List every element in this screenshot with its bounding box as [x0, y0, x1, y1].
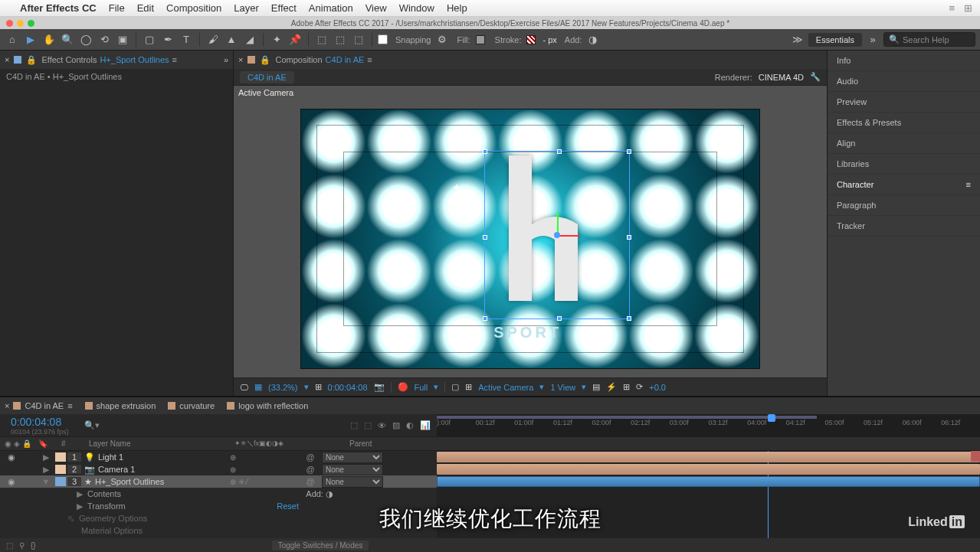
lock-icon[interactable]: 🔒 [26, 55, 37, 65]
roto-tool[interactable]: ✦ [269, 32, 284, 47]
resolution-icon[interactable]: ⊞ [315, 382, 322, 392]
panel-preview[interactable]: Preview [828, 92, 980, 113]
parent-dropdown[interactable]: None [322, 452, 383, 463]
stroke-swatch[interactable] [526, 35, 536, 44]
pickwhip-icon[interactable]: @ [299, 452, 322, 462]
rotate-tool[interactable]: ⟲ [97, 32, 112, 47]
draft-3d-icon[interactable]: ⬚ [364, 420, 372, 430]
add-menu-icon[interactable]: ◑ [585, 32, 600, 47]
panel-menu-icon[interactable]: » [224, 55, 228, 64]
zoom-window-button[interactable] [28, 20, 34, 27]
layer-color-swatch[interactable] [55, 477, 66, 486]
view-layout-dropdown[interactable]: 1 View [550, 383, 575, 392]
close-tab-icon[interactable]: × [5, 55, 9, 64]
parent-dropdown[interactable]: None [322, 464, 383, 475]
shy-icon[interactable]: 👁 [378, 421, 386, 430]
window-controls[interactable] [0, 20, 41, 27]
flowchart-icon[interactable]: ⟳ [636, 382, 643, 392]
stroke-width[interactable]: - px [542, 35, 556, 44]
frame-blend-icon[interactable]: ▨ [392, 420, 400, 430]
menu-window[interactable]: Window [399, 2, 434, 14]
channel-icon[interactable]: 🔴 [398, 382, 408, 392]
selection-tool[interactable]: ▶ [23, 32, 38, 47]
local-axis-button[interactable]: ⬚ [314, 32, 329, 47]
renderer-settings-icon[interactable]: 🔧 [810, 72, 821, 82]
layer-row[interactable]: ◉ ▶ 1 💡Light 1 ⊕ @ None [0, 451, 437, 463]
property-group[interactable]: Material Options [0, 524, 437, 537]
timeline-tracks[interactable] [437, 451, 980, 538]
orbit-tool[interactable]: ◯ [78, 32, 93, 47]
panel-tracker[interactable]: Tracker [828, 216, 980, 237]
layer-name[interactable]: Light 1 [98, 452, 123, 462]
panel-audio[interactable]: Audio [828, 71, 980, 92]
timeline-search[interactable]: 🔍▾ [84, 420, 222, 430]
timeline-tab[interactable]: curvature [168, 401, 215, 410]
close-window-button[interactable] [6, 20, 13, 27]
menu-file[interactable]: File [109, 2, 125, 14]
layer-name[interactable]: Camera 1 [98, 465, 135, 474]
view-axis-button[interactable]: ⬚ [351, 32, 366, 47]
composition-viewport[interactable]: SPORT ✦ [234, 100, 827, 377]
panel-effects-presets[interactable]: Effects & Presets [828, 113, 980, 133]
panel-character[interactable]: Character≡ [828, 175, 980, 195]
playhead[interactable] [768, 414, 775, 422]
exposure-value[interactable]: +0.0 [649, 383, 666, 392]
menu-composition[interactable]: Composition [166, 2, 221, 14]
twirl-icon[interactable]: ▶ [38, 465, 54, 475]
property-group[interactable]: ⬁Geometry Options [0, 512, 437, 524]
brush-tool[interactable]: 🖌 [205, 32, 221, 47]
property-group[interactable]: ▶TransformReset [0, 500, 437, 512]
zoom-value[interactable]: (33.2%) [268, 383, 298, 392]
layer-color-swatch[interactable] [55, 465, 66, 474]
timeline-tab[interactable]: logo with reflection [227, 401, 308, 410]
type-tool[interactable]: T [179, 32, 194, 47]
marker-icon[interactable] [971, 451, 980, 462]
world-axis-button[interactable]: ⬚ [333, 32, 348, 47]
hand-tool[interactable]: ✋ [41, 32, 57, 47]
rect-tool[interactable]: ▢ [142, 32, 157, 47]
twirl-icon[interactable]: ▼ [38, 477, 54, 486]
layer-bar[interactable] [437, 476, 980, 487]
menu-view[interactable]: View [365, 2, 387, 14]
fill-swatch[interactable] [476, 35, 485, 44]
zoom-tool[interactable]: 🔍 [60, 32, 75, 47]
menu-layer[interactable]: Layer [234, 2, 259, 14]
puppet-tool[interactable]: 📌 [287, 32, 303, 47]
resolution-dropdown[interactable]: Full [415, 383, 428, 392]
visibility-icon[interactable]: ◉ [8, 477, 15, 487]
minimize-window-button[interactable] [17, 20, 24, 27]
clone-tool[interactable]: ▲ [224, 32, 239, 47]
roi-icon[interactable]: ▢ [451, 382, 459, 392]
renderer-value[interactable]: CINEMA 4D [759, 73, 804, 82]
property-group[interactable]: ▶ContentsAdd: ◑ [0, 488, 437, 500]
panel-paragraph[interactable]: Paragraph [828, 195, 980, 216]
search-help-input[interactable]: 🔍 Search Help [883, 32, 975, 47]
lock-icon[interactable]: 🔒 [260, 55, 270, 65]
layer-bar[interactable] [437, 464, 980, 475]
layer-row[interactable]: ▶ 2 📷Camera 1 ⊕ @ None [0, 463, 437, 475]
current-time[interactable]: 0:00:04:08 00104 (23.976 fps) [0, 416, 84, 436]
fast-preview-icon[interactable]: ⚡ [606, 382, 617, 392]
close-tab-icon[interactable]: × [238, 55, 243, 64]
effect-controls-tab[interactable]: Effect Controls H+_Sport Outlines ≡ [41, 55, 177, 64]
zoom-icon[interactable]: ⚲ [19, 541, 25, 550]
comp-name-button[interactable]: C4D in AE [240, 71, 294, 83]
toggle-switches-modes-button[interactable]: Toggle Switches / Modes [272, 541, 369, 550]
eraser-tool[interactable]: ◢ [242, 32, 257, 47]
panel-libraries[interactable]: Libraries [828, 154, 980, 175]
workspace-overflow-icon[interactable]: ≫ [790, 32, 805, 47]
3d-view-dropdown[interactable]: Active Camera [478, 383, 533, 392]
pixel-aspect-icon[interactable]: ▤ [592, 382, 600, 392]
camera-tool[interactable]: ▣ [115, 32, 130, 47]
preview-canvas[interactable]: SPORT ✦ [300, 109, 760, 369]
always-preview-icon[interactable]: ▦ [254, 382, 262, 392]
layer-color-swatch[interactable] [55, 452, 66, 462]
timeline-icon[interactable]: ⊞ [623, 382, 630, 392]
expand-icon[interactable]: ⬚ [6, 541, 13, 550]
panel-align[interactable]: Align [828, 133, 980, 154]
menu-animation[interactable]: Animation [309, 2, 353, 14]
snap-opts-icon[interactable]: ⚙ [434, 32, 450, 47]
menubar-extra-icon[interactable]: ⊞ [964, 2, 972, 14]
snapshot-icon[interactable]: 📷 [374, 382, 385, 392]
menu-edit[interactable]: Edit [137, 2, 154, 14]
